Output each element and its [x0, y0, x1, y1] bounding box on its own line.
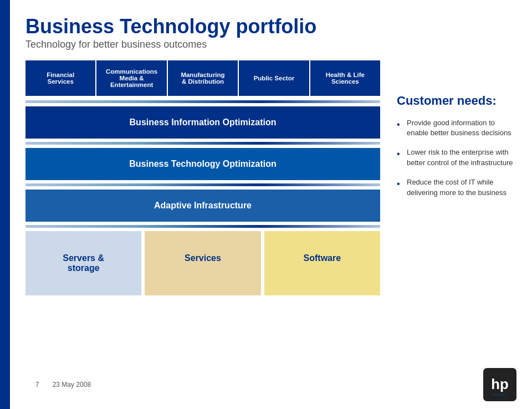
- bto-row: Business Technology Optimization: [25, 148, 380, 180]
- diagram-area: FinancialServices CommunicationsMedia &E…: [25, 60, 380, 295]
- row-separator-1: [25, 100, 380, 103]
- hp-logo: hp invent: [483, 368, 516, 401]
- adaptive-row: Adaptive Infrastructure: [25, 190, 380, 222]
- software-label: Software: [304, 253, 341, 263]
- customer-needs-title: Customer needs:: [397, 94, 516, 108]
- footer-date: 23 May 2008: [53, 381, 91, 388]
- body-layout: FinancialServices CommunicationsMedia &E…: [25, 60, 516, 295]
- page-title: Business Technology portfolio: [25, 16, 516, 38]
- row-separator-4: [25, 225, 380, 228]
- industry-manufacturing: Manufacturing& Distribution: [168, 60, 239, 96]
- needs-list: Provide good information to enable bette…: [397, 118, 516, 207]
- adaptive-label: Adaptive Infrastructure: [154, 201, 252, 210]
- needs-item-1: Provide good information to enable bette…: [397, 118, 516, 148]
- industry-row: FinancialServices CommunicationsMedia &E…: [25, 60, 380, 96]
- main-content: Business Technology portfolio Technology…: [10, 0, 532, 409]
- bottom-boxes: Servers &storage Services Software: [25, 231, 380, 295]
- footer-left: 7 23 May 2008: [35, 381, 91, 388]
- left-accent-bar: [0, 0, 10, 409]
- needs-item-2: Lower risk to the enterprise with better…: [397, 147, 516, 177]
- row-separator-2: [25, 142, 380, 145]
- industry-communications: CommunicationsMedia &Entertainment: [96, 60, 167, 96]
- servers-box: Servers &storage: [25, 231, 141, 295]
- row-separator-3: [25, 183, 380, 186]
- svg-text:hp: hp: [491, 376, 508, 392]
- bio-row: Business Information Optimization: [25, 106, 380, 139]
- servers-label: Servers &storage: [63, 253, 104, 273]
- footer: 7 23 May 2008 hp invent: [35, 368, 516, 401]
- industry-financial: FinancialServices: [25, 60, 96, 96]
- needs-item-3: Reduce the cost of IT while delivering m…: [397, 177, 516, 207]
- services-box: Services: [145, 231, 260, 295]
- header: Business Technology portfolio Technology…: [25, 16, 516, 50]
- industry-public: Public Sector: [239, 60, 310, 96]
- bio-label: Business Information Optimization: [130, 117, 277, 127]
- page-subtitle: Technology for better business outcomes: [25, 39, 516, 50]
- industry-health: Health & LifeSciences: [310, 60, 380, 96]
- svg-text:invent: invent: [493, 393, 507, 396]
- services-label: Services: [185, 253, 221, 263]
- page-number: 7: [35, 381, 39, 388]
- software-box: Software: [264, 231, 380, 295]
- right-panel: Customer needs: Provide good information…: [391, 60, 516, 207]
- bto-label: Business Technology Optimization: [129, 159, 277, 168]
